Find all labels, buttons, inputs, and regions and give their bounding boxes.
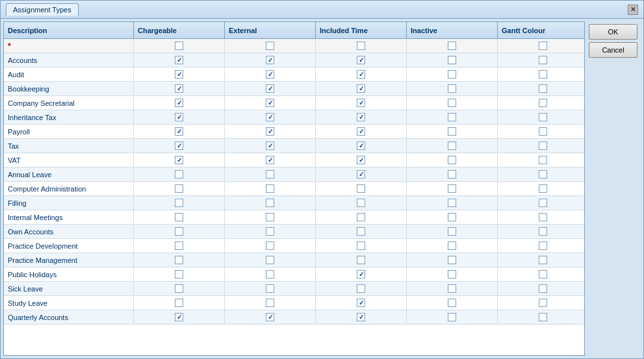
table-row[interactable]: Accounts [4,53,584,68]
cell-gantt-colour[interactable] [498,110,584,124]
cell-external[interactable] [225,153,316,167]
checkbox-gantt-colour[interactable] [539,99,547,107]
cell-chargeable[interactable] [134,110,225,124]
cell-included-time[interactable] [316,153,407,167]
cell-gantt-colour[interactable] [498,82,584,95]
checkbox-external[interactable] [266,241,274,250]
cell-inactive[interactable] [407,239,498,253]
checkbox-chargeable[interactable] [175,313,183,321]
cell-inactive[interactable] [407,82,498,95]
cell-inactive[interactable] [407,139,498,153]
checkbox-gantt-colour[interactable] [539,213,547,221]
checkbox-inactive[interactable] [448,156,456,164]
checkbox-inactive[interactable] [448,227,456,236]
cell-gantt-colour[interactable] [498,182,584,195]
checkbox-gantt-colour[interactable] [539,199,547,207]
new-row-chargeable[interactable] [134,39,225,53]
checkbox-external[interactable] [266,84,274,93]
cell-gantt-colour[interactable] [498,282,584,295]
checkbox-gantt-colour[interactable] [539,299,547,307]
cell-inactive[interactable] [407,253,498,267]
checkbox-included-time[interactable] [357,84,365,93]
cell-chargeable[interactable] [134,139,225,153]
cell-included-time[interactable] [316,182,407,195]
cell-chargeable[interactable] [134,167,225,181]
checkbox-gantt-colour[interactable] [539,84,547,93]
cell-external[interactable] [225,296,316,310]
cell-included-time[interactable] [316,96,407,110]
checkbox-gantt-colour[interactable] [539,113,547,121]
checkbox-external[interactable] [266,284,274,293]
table-row[interactable]: Payroll [4,125,584,139]
cell-chargeable[interactable] [134,53,225,67]
cell-included-time[interactable] [316,53,407,67]
checkbox-gantt-colour[interactable] [539,156,547,164]
cell-included-time[interactable] [316,282,407,295]
cell-gantt-colour[interactable] [498,139,584,153]
cell-inactive[interactable] [407,68,498,81]
cell-included-time[interactable] [316,296,407,310]
checkbox-inactive[interactable] [448,142,456,150]
cell-chargeable[interactable] [134,239,225,253]
checkbox-external[interactable] [266,70,274,79]
cell-gantt-colour[interactable] [498,96,584,110]
checkbox-included-time[interactable] [357,313,365,321]
table-row[interactable]: Own Accounts [4,225,584,239]
cell-gantt-colour[interactable] [498,153,584,167]
cell-gantt-colour[interactable] [498,253,584,267]
checkbox-gantt-colour[interactable] [539,184,547,193]
cell-inactive[interactable] [407,210,498,224]
cell-gantt-colour[interactable] [498,210,584,224]
checkbox-inactive[interactable] [448,84,456,93]
table-row[interactable]: Company Secretarial [4,96,584,110]
ok-button[interactable]: OK [589,24,638,40]
cell-inactive[interactable] [407,153,498,167]
checkbox-inactive[interactable] [448,99,456,107]
table-row[interactable]: Internal Meetings [4,210,584,225]
checkbox-chargeable[interactable] [175,84,183,93]
table-row[interactable]: Filling [4,196,584,210]
cell-external[interactable] [225,225,316,238]
table-row[interactable]: Annual Leave [4,167,584,182]
table-row[interactable]: Computer Administration [4,182,584,196]
cell-chargeable[interactable] [134,196,225,210]
checkbox-inactive[interactable] [448,241,456,250]
cell-inactive[interactable] [407,282,498,295]
checkbox-inactive[interactable] [448,70,456,79]
cell-external[interactable] [225,139,316,153]
checkbox-included-time[interactable] [357,213,365,221]
checkbox-inactive[interactable] [448,199,456,207]
checkbox-inactive[interactable] [448,256,456,264]
checkbox-external[interactable] [266,127,274,136]
checkbox-included-time[interactable] [357,127,365,136]
cancel-button[interactable]: Cancel [589,42,638,58]
checkbox-inactive[interactable] [448,56,456,64]
cell-gantt-colour[interactable] [498,68,584,81]
cell-included-time[interactable] [316,125,407,138]
cell-included-time[interactable] [316,253,407,267]
cell-gantt-colour[interactable] [498,196,584,210]
checkbox-inactive[interactable] [448,213,456,221]
checkbox-gantt-colour[interactable] [539,313,547,321]
cell-chargeable[interactable] [134,267,225,281]
cell-inactive[interactable] [407,267,498,281]
checkbox[interactable] [175,42,183,50]
checkbox-chargeable[interactable] [175,270,183,279]
checkbox[interactable] [448,42,456,50]
checkbox-gantt-colour[interactable] [539,70,547,79]
checkbox-external[interactable] [266,270,274,279]
cell-gantt-colour[interactable] [498,296,584,310]
cell-chargeable[interactable] [134,282,225,295]
table-row[interactable]: VAT [4,153,584,167]
cell-inactive[interactable] [407,53,498,67]
cell-external[interactable] [225,82,316,95]
checkbox-included-time[interactable] [357,70,365,79]
cell-external[interactable] [225,110,316,124]
checkbox-included-time[interactable] [357,227,365,236]
cell-external[interactable] [225,267,316,281]
cell-included-time[interactable] [316,310,407,324]
cell-external[interactable] [225,253,316,267]
cell-included-time[interactable] [316,225,407,238]
close-button[interactable]: ✕ [628,5,638,15]
checkbox-included-time[interactable] [357,184,365,193]
